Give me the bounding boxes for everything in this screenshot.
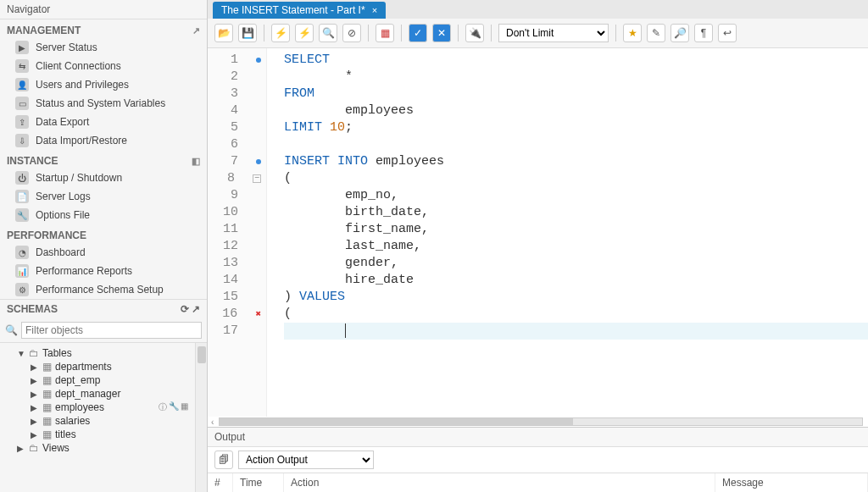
performance-header: PERFORMANCE <box>7 229 86 241</box>
col-action: Action <box>284 473 715 492</box>
monitor-icon: ▭ <box>15 97 29 110</box>
navigator-title: Navigator <box>7 3 50 15</box>
table-icon: ▦ <box>42 428 52 440</box>
report-icon: 📊 <box>15 264 29 278</box>
col-index: # <box>208 473 233 492</box>
management-header: MANAGEMENT <box>7 25 81 36</box>
tables-folder-icon: 🗀 <box>29 347 39 359</box>
tree-table-titles[interactable]: ▶▦titles <box>7 428 203 441</box>
wrap-button[interactable]: ↩ <box>718 24 737 42</box>
fold-marker-icon[interactable]: − <box>253 174 261 183</box>
find-button[interactable]: 🔎 <box>670 24 689 42</box>
close-icon[interactable]: × <box>372 5 377 15</box>
open-file-button[interactable]: 📂 <box>214 24 233 42</box>
editor-code[interactable]: SELECT *FROM employeesLIMIT 10; INSERT I… <box>267 48 868 417</box>
table-icon: ▦ <box>42 415 52 427</box>
expand-icon[interactable]: ↗ <box>192 25 200 36</box>
output-title: Output <box>208 428 868 447</box>
nav-users-privileges[interactable]: 👤Users and Privileges <box>0 75 207 94</box>
nav-server-status[interactable]: ▶Server Status <box>0 38 207 57</box>
tree-views[interactable]: ▶🗀Views <box>7 441 203 455</box>
wrench-icon: 🔧 <box>15 208 29 222</box>
statement-marker-icon <box>256 58 261 63</box>
views-folder-icon: 🗀 <box>29 442 39 454</box>
nav-startup-shutdown[interactable]: ⏻Startup / Shutdown <box>0 169 207 187</box>
nav-options-file[interactable]: 🔧Options File <box>0 206 207 224</box>
limit-select[interactable]: Don't Limit <box>498 24 609 42</box>
nav-status-variables[interactable]: ▭Status and System Variables <box>0 94 207 113</box>
export-icon: ⇪ <box>15 115 29 129</box>
tree-table-salaries[interactable]: ▶▦salaries <box>7 414 203 428</box>
schemas-header: SCHEMAS <box>7 303 58 315</box>
commit-button[interactable]: ✓ <box>409 24 427 42</box>
horizontal-scrollbar[interactable]: ‹ <box>208 417 868 427</box>
statement-marker-icon <box>256 159 261 164</box>
nav-performance-reports[interactable]: 📊Performance Reports <box>0 262 207 280</box>
refresh-icon[interactable]: ⟳ <box>181 303 189 315</box>
schema-filter-input[interactable] <box>21 322 202 339</box>
stop-button[interactable]: ⊘ <box>342 24 361 42</box>
reconnect-button[interactable]: 🔌 <box>465 24 484 42</box>
tree-table-dept-manager[interactable]: ▶▦dept_manager <box>7 387 203 401</box>
output-selector[interactable]: Action Output <box>238 451 374 469</box>
tree-table-dept-emp[interactable]: ▶▦dept_emp <box>7 373 203 387</box>
instance-header: INSTANCE <box>7 155 58 167</box>
rollback-button[interactable]: ✕ <box>432 24 451 42</box>
wrench-small-icon[interactable]: 🔧 <box>169 401 179 413</box>
execute-button[interactable]: ⚡ <box>271 24 290 42</box>
editor-gutter: 1 2 3 4 5 6 7 8 −9 10 11 12 13 14 15 16 … <box>208 48 267 417</box>
nav-performance-schema-setup[interactable]: ⚙Performance Schema Setup <box>0 280 207 299</box>
user-icon: 👤 <box>15 78 29 91</box>
tree-table-employees[interactable]: ▶▦employees ⓘ 🔧 ▦ <box>7 401 203 414</box>
info-icon[interactable]: ⓘ <box>159 401 167 413</box>
connections-icon: ⇆ <box>15 59 29 73</box>
gauge-icon: ◔ <box>15 246 29 259</box>
main-area: The INSERT Statement - Part I* × 📂 💾 ⚡ ⚡… <box>208 0 868 492</box>
sql-toolbar: 📂 💾 ⚡ ⚡ 🔍 ⊘ ▦ ✓ ✕ 🔌 Don't Limit ★ ✎ 🔎 ¶ … <box>208 19 868 48</box>
table-icon: ▦ <box>42 388 52 400</box>
log-icon: 📄 <box>15 190 29 203</box>
play-icon: ▶ <box>15 41 29 54</box>
grid-icon[interactable]: ▦ <box>181 401 188 413</box>
navigator-sidebar: Navigator MANAGEMENT ↗ ▶Server Status ⇆C… <box>0 0 208 492</box>
nav-server-logs[interactable]: 📄Server Logs <box>0 187 207 206</box>
table-icon: ▦ <box>42 374 52 386</box>
col-message: Message <box>715 473 868 492</box>
output-mode-button[interactable]: 🗐 <box>214 451 233 469</box>
tree-scrollbar[interactable] <box>195 343 207 492</box>
tree-tables[interactable]: ▼🗀Tables <box>7 346 203 360</box>
import-icon: ⇩ <box>15 134 29 147</box>
editor-tabbar: The INSERT Statement - Part I* × <box>208 0 868 19</box>
nav-dashboard[interactable]: ◔Dashboard <box>0 243 207 262</box>
nav-client-connections[interactable]: ⇆Client Connections <box>0 57 207 75</box>
beautify-button[interactable]: ✎ <box>647 24 665 42</box>
nav-data-export[interactable]: ⇪Data Export <box>0 113 207 131</box>
schema-tree: ▼🗀Tables ▶▦departments ▶▦dept_emp ▶▦dept… <box>0 343 207 458</box>
gear-icon: ⚙ <box>15 283 29 296</box>
table-icon: ▦ <box>42 361 52 373</box>
power-icon: ⏻ <box>15 171 29 185</box>
output-header: # Time Action Message <box>208 473 868 492</box>
error-marker-icon: ✖ <box>255 306 261 323</box>
toggle-invisible-button[interactable]: ¶ <box>694 24 713 42</box>
output-panel: Output 🗐 Action Output # Time Action Mes… <box>208 427 868 492</box>
performance-list: ◔Dashboard 📊Performance Reports ⚙Perform… <box>0 243 207 299</box>
tab-title: The INSERT Statement - Part I* <box>221 4 365 16</box>
sql-editor[interactable]: 1 2 3 4 5 6 7 8 −9 10 11 12 13 14 15 16 … <box>208 48 868 417</box>
col-time: Time <box>233 473 284 492</box>
toggle-autocommit-button[interactable]: ▦ <box>376 24 394 42</box>
tree-table-departments[interactable]: ▶▦departments <box>7 360 203 373</box>
instance-config-icon[interactable]: ◧ <box>192 156 200 167</box>
table-icon: ▦ <box>42 401 52 413</box>
execute-current-button[interactable]: ⚡ <box>295 24 314 42</box>
editor-tab[interactable]: The INSERT Statement - Part I* × <box>213 2 386 19</box>
expand-schema-icon[interactable]: ↗ <box>192 303 200 315</box>
search-icon: 🔍 <box>5 324 18 336</box>
favorite-button[interactable]: ★ <box>623 24 642 42</box>
instance-list: ⏻Startup / Shutdown 📄Server Logs 🔧Option… <box>0 169 207 224</box>
save-button[interactable]: 💾 <box>238 24 257 42</box>
nav-data-import[interactable]: ⇩Data Import/Restore <box>0 131 207 150</box>
management-list: ▶Server Status ⇆Client Connections 👤User… <box>0 38 207 150</box>
explain-button[interactable]: 🔍 <box>319 24 337 42</box>
